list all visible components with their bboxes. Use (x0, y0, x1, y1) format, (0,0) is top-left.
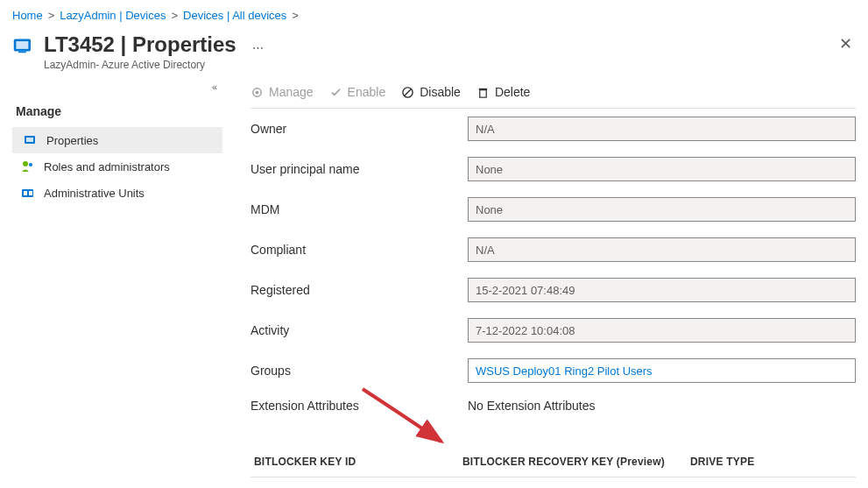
bitlocker-header-recovery: BITLOCKER RECOVERY KEY (Preview) (462, 456, 690, 468)
sidebar-item-adminunits[interactable]: Administrative Units (12, 180, 222, 206)
properties-icon (24, 133, 38, 147)
disable-label: Disable (420, 85, 461, 99)
sidebar-item-properties[interactable]: Properties (12, 127, 222, 153)
groups-label: Groups (251, 364, 468, 378)
bitlocker-section: BITLOCKER KEY ID BITLOCKER RECOVERY KEY … (251, 447, 856, 488)
upn-field (468, 157, 856, 181)
delete-label: Delete (495, 85, 530, 99)
disable-button[interactable]: Disable (401, 85, 461, 99)
breadcrumb-home[interactable]: Home (12, 9, 43, 22)
gear-icon (251, 86, 264, 99)
enable-button: Enable (329, 85, 386, 99)
svg-rect-14 (480, 89, 487, 96)
sidebar-item-label: Properties (46, 134, 98, 147)
trash-icon (476, 86, 490, 99)
collapse-sidebar-button[interactable]: « (12, 80, 222, 99)
manage-button: Manage (251, 85, 314, 99)
mdm-field (468, 197, 856, 222)
extattr-label: Extension Attributes (251, 399, 468, 413)
extattr-value: No Extension Attributes (468, 399, 596, 413)
registered-label: Registered (251, 283, 468, 297)
page-subtitle: LazyAdmin- Azure Active Directory (44, 59, 236, 71)
manage-label: Manage (269, 85, 314, 99)
roles-icon (21, 159, 35, 173)
adminunits-icon (21, 186, 35, 200)
activity-label: Activity (251, 323, 468, 337)
sidebar-item-label: Administrative Units (44, 187, 145, 200)
close-button[interactable]: ✕ (839, 34, 852, 53)
bitlocker-row: fc9a110c-16bc-46e8-b20f-c9af3f3a9ccd Sho… (251, 477, 856, 488)
groups-field[interactable] (468, 358, 856, 383)
owner-field (468, 117, 856, 141)
svg-point-6 (29, 163, 32, 166)
mdm-label: MDM (251, 202, 468, 216)
svg-rect-8 (24, 191, 27, 195)
owner-label: Owner (251, 122, 468, 136)
sidebar-section-manage: Manage (12, 99, 222, 127)
svg-point-5 (23, 161, 28, 166)
check-icon (329, 86, 342, 99)
bitlocker-header-drive: DRIVE TYPE (690, 456, 852, 468)
breadcrumb-devices[interactable]: LazyAdmin | Devices (60, 9, 166, 22)
svg-rect-9 (29, 191, 32, 195)
sidebar: « Manage Properties Roles and administra… (12, 80, 228, 488)
sidebar-item-label: Roles and administrators (44, 160, 170, 173)
page-header: LT3452 | Properties LazyAdmin- Azure Act… (0, 27, 868, 80)
disable-icon (401, 86, 414, 99)
breadcrumb-alldevices[interactable]: Devices | All devices (183, 9, 286, 22)
svg-rect-1 (16, 41, 28, 49)
breadcrumb-sep: > (292, 9, 299, 22)
svg-rect-2 (18, 52, 26, 53)
toolbar: Manage Enable Disable Delete (251, 80, 856, 109)
device-icon (12, 36, 37, 59)
enable-label: Enable (348, 85, 386, 99)
compliant-field (468, 237, 856, 262)
breadcrumb-sep: > (48, 9, 55, 22)
delete-button[interactable]: Delete (476, 85, 530, 99)
svg-rect-15 (479, 88, 487, 89)
breadcrumb: Home > LazyAdmin | Devices > Devices | A… (0, 0, 868, 27)
activity-field (468, 318, 856, 343)
bitlocker-header-keyid: BITLOCKER KEY ID (254, 456, 462, 468)
svg-rect-4 (26, 138, 33, 142)
page-title: LT3452 | Properties (44, 32, 236, 57)
svg-line-13 (405, 88, 412, 95)
svg-point-11 (256, 90, 259, 94)
breadcrumb-sep: > (171, 9, 178, 22)
sidebar-item-roles[interactable]: Roles and administrators (12, 153, 222, 180)
registered-field (468, 278, 856, 302)
compliant-label: Compliant (251, 243, 468, 257)
content: Manage Enable Disable Delete (228, 80, 856, 488)
more-button[interactable]: ⋯ (252, 41, 265, 54)
upn-label: User principal name (251, 162, 468, 176)
